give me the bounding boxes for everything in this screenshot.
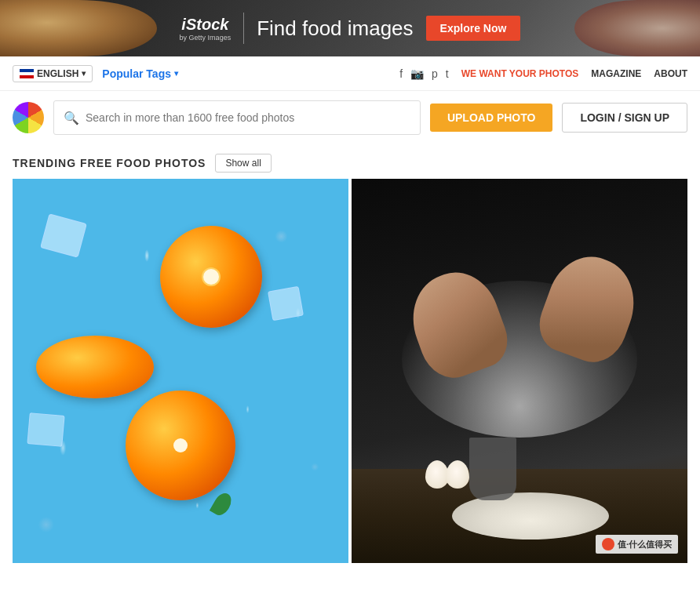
hero-banner: iStock by Getty Images Find food images …: [0, 0, 700, 56]
social-icons-group: f 📷 p t: [399, 67, 449, 80]
watermark-text: 值·什么值得买: [618, 539, 672, 550]
ice-cube: [27, 412, 64, 447]
we-want-photos-link[interactable]: WE WANT YOUR PHOTOS: [461, 68, 579, 79]
nav-links-group: WE WANT YOUR PHOTOS MAGAZINE ABOUT: [461, 68, 687, 79]
popular-tags-label: Popular Tags: [102, 67, 171, 80]
trending-section-header: TRENDING FREE FOOD PHOTOS Show all: [0, 144, 700, 179]
banner-content: iStock by Getty Images Find food images …: [180, 13, 521, 44]
chevron-down-icon: ▾: [174, 69, 178, 78]
orange-slice-bottom: [126, 391, 235, 500]
ice-cube: [268, 286, 304, 321]
trending-title: TRENDING FREE FOOD PHOTOS: [13, 157, 206, 169]
orange-slice-top: [160, 226, 262, 328]
orange-photo-bg: [13, 179, 348, 563]
banner-spice-image: [574, 0, 700, 56]
istock-logo-text: iStock: [181, 16, 228, 34]
istock-logo[interactable]: iStock by Getty Images: [180, 16, 232, 42]
explore-now-button[interactable]: Explore Now: [426, 16, 521, 41]
twitter-icon[interactable]: t: [446, 67, 449, 80]
orange-half-middle: [36, 336, 154, 398]
photo-item[interactable]: [13, 179, 348, 563]
banner-tagline: Find food images: [257, 16, 413, 41]
photo-grid: 值·什么值得买: [0, 179, 700, 563]
baking-photo-bg: 值·什么值得买: [352, 179, 687, 563]
language-selector[interactable]: ENGLISH ▾: [13, 65, 93, 82]
flour-pile: [452, 492, 609, 540]
watermark-logo: [602, 538, 614, 550]
search-container: 🔍: [53, 100, 421, 135]
instagram-icon[interactable]: 📷: [410, 67, 424, 80]
site-logo[interactable]: [13, 102, 44, 133]
whisk: [469, 438, 516, 500]
login-signup-button[interactable]: LOGIN / SIGN UP: [562, 103, 687, 133]
chevron-down-icon: ▾: [82, 69, 86, 78]
search-icon: 🔍: [64, 111, 79, 125]
magazine-link[interactable]: MAGAZINE: [591, 68, 641, 79]
upload-photo-button[interactable]: UPLOAD PHOTO: [430, 104, 553, 132]
search-row: 🔍 UPLOAD PHOTO LOGIN / SIGN UP: [0, 91, 700, 144]
pinterest-icon[interactable]: p: [432, 67, 438, 80]
photo-item[interactable]: 值·什么值得买: [352, 179, 687, 563]
popular-tags-menu[interactable]: Popular Tags ▾: [102, 67, 178, 80]
facebook-icon[interactable]: f: [399, 67, 403, 80]
search-input[interactable]: [86, 111, 410, 124]
egg: [446, 460, 469, 489]
mint-leaf: [210, 490, 235, 518]
watermark: 值·什么值得买: [596, 535, 678, 554]
banner-cookie-image: [0, 0, 157, 56]
about-link[interactable]: ABOUT: [654, 68, 687, 79]
navigation-bar: ENGLISH ▾ Popular Tags ▾ f 📷 p t WE WANT…: [0, 56, 700, 91]
getty-sub-text: by Getty Images: [180, 34, 232, 42]
language-label: ENGLISH: [37, 68, 78, 79]
banner-divider: [243, 13, 244, 44]
flag-icon: [20, 69, 34, 78]
show-all-button[interactable]: Show all: [215, 154, 271, 173]
ice-cube: [40, 213, 87, 257]
